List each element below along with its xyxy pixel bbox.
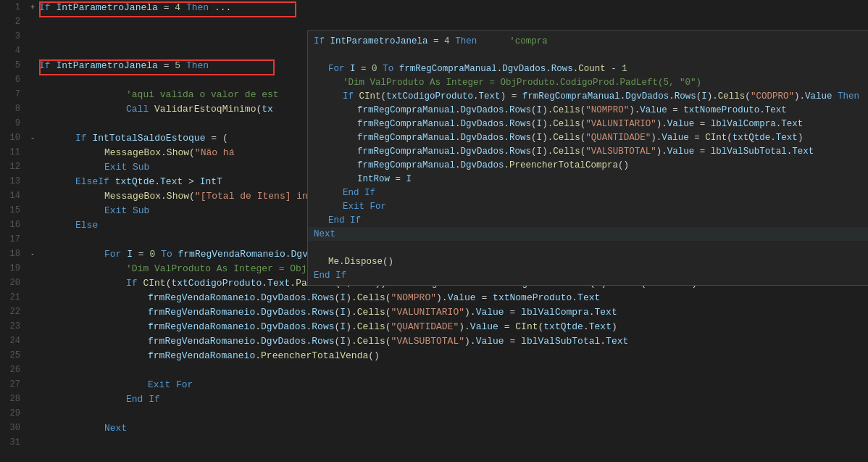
tooltip-line-11: IntRow = I xyxy=(308,172,868,186)
next-keyword: Next xyxy=(104,423,127,434)
tooltip-line-empty xyxy=(308,241,868,255)
tooltip-line-next: Next xyxy=(308,227,868,241)
tooltip-popup: If IntParametroJanela = 4 Then 'compra F… xyxy=(307,30,868,286)
code-line-24: frmRegVendaRomaneio.DgvDados.Rows(I).Cel… xyxy=(39,334,868,348)
code-line-26 xyxy=(39,363,868,377)
code-line-29 xyxy=(39,406,868,421)
tooltip-line-10: frmRegCompraManual.DgvDados.PreencherTot… xyxy=(308,158,868,172)
code-line-30: Next xyxy=(39,421,868,435)
tooltip-line-5: If CInt(txtCodigoProduto.Text) = frmRegC… xyxy=(308,89,868,103)
tooltip-line-12: End If xyxy=(308,186,868,199)
tooltip-line-9: frmRegCompraManual.DgvDados.Rows(I).Cell… xyxy=(308,144,868,158)
tooltip-line-8: frmRegCompraManual.DgvDados.Rows(I).Cell… xyxy=(308,131,868,144)
tooltip-line-dispose: Me.Dispose() xyxy=(308,255,868,268)
code-content: If IntParametroJanela = 4 Then ... If In… xyxy=(39,0,868,462)
tooltip-line-13: Exit For xyxy=(308,199,868,213)
tooltip-line-6: frmRegCompraManual.DgvDados.Rows(I).Cell… xyxy=(308,103,868,117)
code-line-1: If IntParametroJanela = 4 Then ... xyxy=(39,0,868,15)
tooltip-line-1: If IntParametroJanela = 4 Then 'compra xyxy=(308,34,868,48)
tooltip-line-4: 'Dim ValProduto As Integer = ObjProduto.… xyxy=(308,75,868,89)
code-line-27: Exit For xyxy=(39,377,868,392)
tooltip-line-2 xyxy=(308,48,868,62)
code-line-21: frmRegVendaRomaneio.DgvDados.Rows(I).Cel… xyxy=(39,290,868,305)
editor-main: 1 2 3 4 5 6 7 8 9 10 11 12 13 14 15 16 1… xyxy=(0,0,868,462)
fold-plus-icon-1[interactable]: + xyxy=(30,4,35,12)
code-line-25: frmRegVendaRomaneio.PreencherTotalVenda(… xyxy=(39,348,868,363)
code-line-28: End If xyxy=(39,392,868,406)
tooltip-line-14: End If xyxy=(308,213,868,227)
fold-minus-icon-1[interactable]: - xyxy=(30,134,35,142)
fold-minus-icon-2[interactable]: - xyxy=(30,250,35,258)
code-line-22: frmRegVendaRomaneio.DgvDados.Rows(I).Cel… xyxy=(39,305,868,319)
code-line-2 xyxy=(39,15,868,29)
code-line-23: frmRegVendaRomaneio.DgvDados.Rows(I).Cel… xyxy=(39,319,868,334)
line-numbers: 1 2 3 4 5 6 7 8 9 10 11 12 13 14 15 16 1… xyxy=(0,0,26,462)
tooltip-line-7: frmRegCompraManual.DgvDados.Rows(I).Cell… xyxy=(308,117,868,131)
fold-controls: + - - xyxy=(26,0,39,462)
tooltip-line-3: For I = 0 To frmRegCompraManual.DgvDados… xyxy=(308,62,868,75)
tooltip-line-endif: End If xyxy=(308,268,868,282)
